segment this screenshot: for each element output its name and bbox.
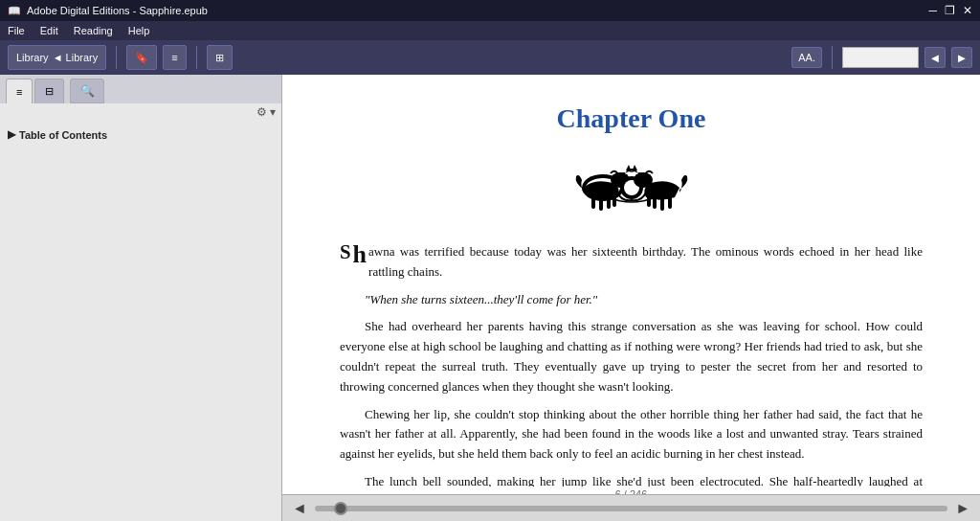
minimize-button[interactable]: ─ — [928, 4, 937, 17]
svg-rect-10 — [668, 195, 672, 209]
separator-1 — [116, 46, 117, 69]
list-icon: ≡ — [16, 86, 22, 98]
bottom-prev-button[interactable]: ◄ — [292, 500, 307, 517]
sidebar-tab-list[interactable]: ≡ — [6, 79, 33, 103]
sidebar-settings[interactable]: ⚙ ▾ — [0, 103, 281, 121]
book-text: Shawna was terrified because today was h… — [340, 242, 923, 521]
window-title: Adobe Digital Editions - Sapphire.epub — [27, 5, 208, 16]
progress-thumb[interactable] — [334, 502, 347, 515]
bottom-next-button[interactable]: ► — [955, 500, 970, 517]
bottom-bar: ◄ ► — [282, 494, 980, 521]
menu-bar: File Edit Reading Help — [0, 21, 980, 40]
list-view-button[interactable]: ≡ — [163, 45, 186, 70]
sidebar-tabs: ≡ ⊟ 🔍 — [0, 75, 281, 103]
sidebar-tab-grid[interactable]: ⊟ — [34, 79, 64, 103]
grid-icon: ⊟ — [45, 85, 54, 98]
bookmark-button[interactable]: 🔖 — [126, 45, 157, 70]
paragraph-1: Shawna was terrified because today was h… — [340, 242, 923, 283]
paragraph-2: "When she turns sixteen...they'll come f… — [340, 290, 923, 310]
sidebar-search-button[interactable]: 🔍 — [70, 79, 104, 103]
paragraph-3: She had overheard her parents having thi… — [340, 317, 923, 396]
prev-page-button[interactable]: ◄ — [924, 47, 946, 68]
page-input[interactable] — [842, 47, 919, 68]
close-button[interactable]: ✕ — [963, 4, 972, 17]
progress-bar[interactable] — [315, 506, 947, 511]
chapter-title: Chapter One — [340, 103, 923, 134]
book-content[interactable]: Chapter One — [282, 75, 980, 521]
library-arrow-icon: Library — [16, 52, 49, 63]
separator-3 — [832, 46, 833, 69]
title-bar: 📖 Adobe Digital Editions - Sapphire.epub… — [0, 0, 980, 21]
svg-rect-5 — [612, 195, 616, 207]
library-button[interactable]: Library ◄ Library — [8, 45, 106, 70]
toc-arrow-icon: ▶ — [8, 128, 15, 141]
toolbar-right: AA. ◄ ► — [791, 46, 972, 69]
menu-help[interactable]: Help — [128, 25, 150, 36]
menu-file[interactable]: File — [8, 25, 25, 36]
title-bar-left: 📖 Adobe Digital Editions - Sapphire.epub — [8, 5, 208, 17]
gear-icon: ⚙ ▾ — [256, 105, 276, 119]
svg-rect-2 — [591, 195, 595, 209]
toc-label: Table of Contents — [19, 129, 107, 141]
next-page-button[interactable]: ► — [951, 47, 972, 68]
sidebar-content: ▶ Table of Contents — [0, 121, 281, 521]
sidebar: ≡ ⊟ 🔍 ⚙ ▾ ▶ Table of Contents — [0, 75, 282, 521]
svg-rect-13 — [647, 195, 651, 207]
toolbar: Library ◄ Library 🔖 ≡ ⊞ AA. ◄ ► — [0, 40, 980, 75]
main-area: ≡ ⊟ 🔍 ⚙ ▾ ▶ Table of Contents Chapter On… — [0, 75, 980, 521]
menu-edit[interactable]: Edit — [40, 25, 58, 36]
bookmark-icon: 🔖 — [135, 52, 148, 64]
list-view-icon: ≡ — [171, 52, 177, 63]
svg-point-14 — [634, 172, 653, 188]
ornament-top — [340, 149, 923, 223]
separator-2 — [196, 46, 197, 69]
font-size-label[interactable]: AA. — [791, 47, 822, 68]
title-bar-controls[interactable]: ─ ❐ ✕ — [928, 4, 972, 17]
paragraph-4: Chewing her lip, she couldn't stop think… — [340, 405, 923, 464]
toc-icon: ⊞ — [215, 52, 224, 64]
search-icon: 🔍 — [80, 84, 95, 98]
app-icon: 📖 — [8, 5, 21, 17]
toc-button[interactable]: ⊞ — [207, 45, 233, 70]
svg-rect-4 — [607, 197, 611, 209]
menu-reading[interactable]: Reading — [74, 25, 113, 36]
svg-rect-12 — [653, 197, 657, 209]
restore-button[interactable]: ❐ — [945, 4, 955, 17]
toc-header[interactable]: ▶ Table of Contents — [4, 125, 278, 145]
library-label: ◄ Library — [53, 52, 99, 63]
